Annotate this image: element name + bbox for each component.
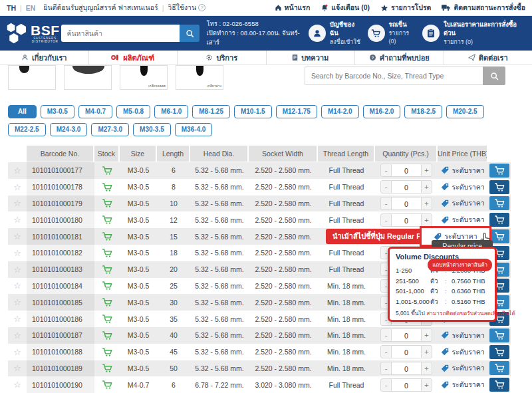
filter-chip-m18-2.5[interactable]: M18-2.5 bbox=[404, 105, 442, 118]
cell-thread-length: Min. 18 mm. bbox=[318, 299, 375, 307]
price-level-button[interactable]: ระดับราคา bbox=[438, 197, 488, 209]
notifications-link[interactable]: แจ้งเตือน (0) bbox=[321, 2, 370, 13]
qty-plus-button[interactable]: + bbox=[421, 213, 432, 227]
qty-plus-button[interactable]: + bbox=[421, 197, 432, 210]
qty-plus-button[interactable]: + bbox=[421, 180, 432, 194]
nav-faq[interactable]: ? คำถามที่พบบ่อย bbox=[355, 51, 444, 65]
favorite-star[interactable]: ☆ bbox=[8, 347, 27, 357]
qty-plus-button[interactable]: + bbox=[421, 362, 432, 375]
qty-plus-button[interactable]: + bbox=[421, 378, 432, 392]
help-question-icon[interactable]: ? bbox=[198, 4, 205, 11]
qty-plus-button[interactable]: + bbox=[421, 328, 432, 342]
qty-input[interactable]: 0 bbox=[392, 345, 421, 358]
price-level-button[interactable]: ระดับราคา bbox=[438, 379, 488, 390]
add-to-cart-button[interactable] bbox=[489, 378, 509, 392]
filter-chip-m30-3.5[interactable]: M30-3.5 bbox=[133, 123, 171, 136]
price-level-button[interactable]: ระดับราคา bbox=[438, 165, 488, 176]
add-to-cart-button[interactable] bbox=[489, 345, 509, 359]
quote-widget[interactable]: ใบเสนอราคาและการสั่งซื้อด่วน รายการ (0) bbox=[422, 21, 527, 46]
brand-logo[interactable]: BSF FASTENERSDISTRIBUTOR bbox=[5, 23, 61, 44]
qty-minus-button[interactable]: - bbox=[380, 378, 392, 392]
order-tracking-link[interactable]: ติดตามสถานะการสั่งซื้อ bbox=[442, 2, 525, 13]
add-to-cart-button[interactable] bbox=[489, 164, 509, 178]
price-level-button[interactable]: ระดับราคา bbox=[438, 346, 488, 358]
add-to-cart-button[interactable] bbox=[489, 213, 509, 227]
favorite-star[interactable]: ☆ bbox=[8, 166, 27, 176]
header-search-input[interactable] bbox=[61, 25, 180, 42]
qty-input[interactable]: 0 bbox=[392, 362, 421, 375]
price-level-button[interactable]: ระดับราคา bbox=[438, 214, 488, 225]
filter-chip-m16-2.0[interactable]: M16-2.0 bbox=[363, 105, 401, 118]
filter-chip-m10-1.5[interactable]: M10-1.5 bbox=[234, 105, 272, 118]
filter-chip-m36-4.0[interactable]: M36-4.0 bbox=[175, 123, 213, 136]
filter-chip-m6-1.0[interactable]: M6-1.0 bbox=[154, 105, 188, 118]
filter-chip-m24-3.0[interactable]: M24-3.0 bbox=[50, 123, 88, 136]
qty-minus-button[interactable]: - bbox=[380, 164, 392, 177]
favorite-star[interactable]: ☆ bbox=[8, 182, 27, 192]
add-to-cart-button[interactable] bbox=[489, 328, 509, 342]
cart-widget[interactable]: รถเข็น รายการ (0) bbox=[368, 21, 418, 45]
lang-en[interactable]: EN bbox=[26, 4, 36, 12]
qty-minus-button[interactable]: - bbox=[380, 197, 392, 210]
nav-services[interactable]: บริการ bbox=[178, 51, 267, 65]
price-level-button[interactable]: ระดับราคา bbox=[438, 362, 488, 374]
account-widget[interactable]: บัญชีของฉัน ลงชื่อเข้าใช้ bbox=[309, 21, 362, 46]
price-level-button[interactable]: ระดับราคา bbox=[438, 182, 488, 193]
qty-input[interactable]: 0 bbox=[392, 180, 421, 194]
filter-chip-m22-2.5[interactable]: M22-2.5 bbox=[8, 123, 46, 136]
product-thumbnail[interactable]: เกลียวห่าง bbox=[176, 65, 223, 90]
nav-about[interactable]: เกี่ยวกับเรา bbox=[0, 51, 89, 65]
favorite-star[interactable]: ☆ bbox=[8, 281, 27, 291]
favorite-star[interactable]: ☆ bbox=[8, 248, 27, 258]
favorite-star[interactable]: ☆ bbox=[8, 265, 27, 275]
qty-minus-button[interactable]: - bbox=[380, 362, 392, 375]
product-thumbnail[interactable] bbox=[64, 65, 112, 90]
favorite-star[interactable]: ☆ bbox=[8, 314, 27, 324]
favorite-star[interactable]: ☆ bbox=[8, 215, 27, 225]
qty-input[interactable]: 0 bbox=[392, 164, 421, 177]
favorite-star[interactable]: ☆ bbox=[8, 297, 27, 307]
add-to-cart-button[interactable] bbox=[489, 196, 509, 210]
nav-articles[interactable]: บทความ bbox=[267, 51, 356, 65]
lang-th[interactable]: TH bbox=[7, 4, 16, 12]
favorite-star[interactable]: ☆ bbox=[8, 198, 27, 208]
filter-chip-m4-0.7[interactable]: M4-0.7 bbox=[78, 105, 112, 118]
nav-contact[interactable]: ติดต่อเรา bbox=[444, 51, 532, 65]
qty-plus-button[interactable]: + bbox=[421, 345, 432, 358]
filter-chip-m5-0.8[interactable]: M5-0.8 bbox=[116, 105, 150, 118]
filter-chip-m3-0.5[interactable]: M3-0.5 bbox=[41, 105, 74, 118]
qty-minus-button[interactable]: - bbox=[380, 180, 392, 194]
add-to-cart-button[interactable] bbox=[489, 361, 509, 375]
header-search-button[interactable] bbox=[180, 25, 200, 42]
filter-chip-all[interactable]: All bbox=[8, 105, 37, 118]
favorites-link[interactable]: รายการโปรด bbox=[380, 2, 431, 13]
qty-input[interactable]: 0 bbox=[392, 197, 421, 210]
price-level-button[interactable]: ระดับราคา bbox=[438, 330, 488, 341]
qty-input[interactable]: 0 bbox=[392, 328, 421, 342]
filter-chip-m20-2.5[interactable]: M20-2.5 bbox=[446, 105, 484, 118]
qty-input[interactable]: 0 bbox=[392, 213, 421, 227]
qty-minus-button[interactable]: - bbox=[380, 328, 392, 342]
table-search-button[interactable] bbox=[483, 66, 505, 85]
filter-chip-m14-2.0[interactable]: M14-2.0 bbox=[321, 105, 359, 118]
cell-quantity: -0+ bbox=[375, 180, 438, 194]
favorite-star[interactable]: ☆ bbox=[8, 363, 27, 373]
home-link[interactable]: หน้าแรก bbox=[275, 2, 311, 13]
qty-input[interactable]: 0 bbox=[392, 378, 421, 392]
help-link[interactable]: วิธีใช้งาน bbox=[168, 2, 196, 13]
product-thumbnail[interactable]: เกลียวตลอด bbox=[120, 65, 168, 90]
favorite-star[interactable]: ☆ bbox=[8, 380, 27, 390]
qty-plus-button[interactable]: + bbox=[421, 164, 432, 177]
qty-minus-button[interactable]: - bbox=[380, 213, 392, 227]
cell-add-to-cart bbox=[488, 345, 511, 359]
favorite-star[interactable]: ☆ bbox=[8, 231, 27, 241]
filter-chip-m12-1.75[interactable]: M12-1.75 bbox=[276, 105, 317, 118]
filter-chip-m8-1.25[interactable]: M8-1.25 bbox=[192, 105, 230, 118]
filter-chip-m27-3.0[interactable]: M27-3.0 bbox=[91, 123, 129, 136]
qty-minus-button[interactable]: - bbox=[380, 345, 392, 358]
add-to-cart-button[interactable] bbox=[489, 180, 509, 194]
table-search-input[interactable] bbox=[305, 66, 483, 85]
product-thumbnail[interactable] bbox=[8, 65, 56, 90]
nav-products[interactable]: ผลิตภัณฑ์ bbox=[89, 51, 178, 65]
favorite-star[interactable]: ☆ bbox=[8, 330, 27, 340]
